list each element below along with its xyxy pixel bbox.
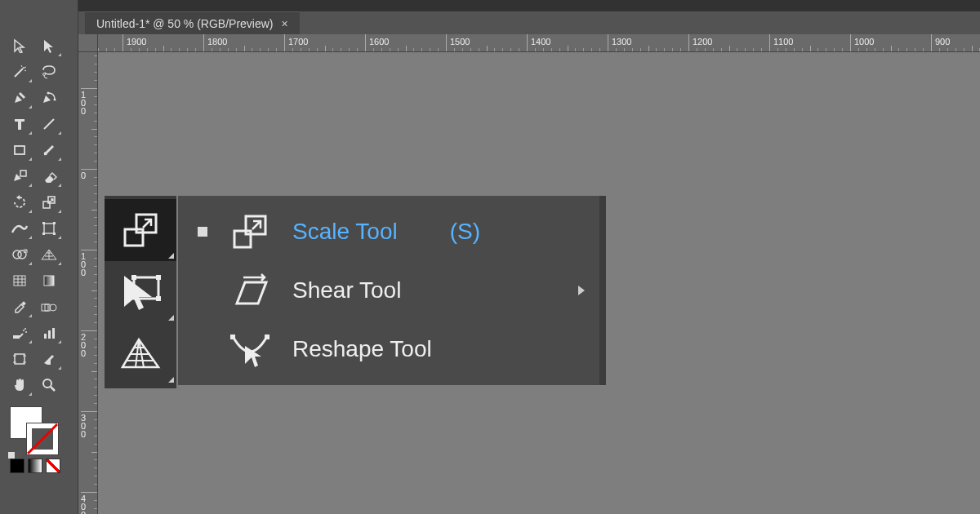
- svg-rect-9: [15, 146, 24, 154]
- column-graph-tool[interactable]: [36, 321, 62, 344]
- selected-bullet-icon: [198, 227, 207, 237]
- mesh-tool[interactable]: [7, 269, 33, 292]
- ruler-tick: 1300: [608, 34, 631, 51]
- menu-item-reshape-tool[interactable]: Reshape Tool: [178, 320, 599, 379]
- svg-rect-54: [156, 296, 161, 301]
- submenu-arrow-icon: [578, 286, 585, 295]
- ruler-tick: 300: [81, 411, 97, 438]
- color-mode-solid[interactable]: [10, 459, 24, 473]
- free-transform-tool-large[interactable]: [105, 261, 176, 323]
- svg-line-3: [24, 67, 26, 68]
- tool-flyout-menu: Scale Tool (S) Shear Tool Reshape Tool: [178, 196, 606, 385]
- svg-rect-52: [131, 275, 136, 280]
- fill-stroke-swatches[interactable]: [10, 406, 60, 454]
- tools-panel: [0, 0, 78, 514]
- svg-point-5: [43, 73, 46, 76]
- eraser-tool[interactable]: [36, 165, 62, 188]
- direct-selection-tool[interactable]: [36, 34, 62, 57]
- svg-line-2: [21, 65, 22, 67]
- eyedropper-tool[interactable]: [7, 295, 33, 318]
- swap-default-icons[interactable]: [8, 452, 22, 459]
- perspective-tool-large[interactable]: [105, 323, 176, 385]
- svg-line-47: [51, 387, 55, 391]
- menu-item-label: Shear Tool: [292, 277, 401, 304]
- zoom-tool[interactable]: [36, 374, 62, 397]
- svg-rect-10: [20, 171, 26, 176]
- paintbrush-tool[interactable]: [36, 139, 62, 162]
- svg-point-7: [54, 99, 56, 101]
- rectangle-tool[interactable]: [7, 139, 33, 162]
- svg-rect-34: [13, 335, 20, 339]
- ruler-tick: 200: [81, 330, 97, 357]
- menu-item-scale-tool[interactable]: Scale Tool (S): [178, 202, 599, 261]
- ruler-origin[interactable]: [78, 34, 98, 52]
- ruler-vertical[interactable]: 1000100200300400: [78, 52, 98, 514]
- reshape-tool-icon: [227, 326, 273, 372]
- line-segment-tool[interactable]: [36, 113, 62, 135]
- hand-tool[interactable]: [7, 374, 33, 397]
- svg-rect-24: [14, 276, 25, 286]
- scale-tool[interactable]: [36, 191, 62, 214]
- svg-point-46: [43, 379, 51, 388]
- gradient-tool[interactable]: [36, 269, 62, 292]
- color-mode-gradient[interactable]: [28, 459, 42, 473]
- ruler-tick: 1100: [769, 34, 793, 51]
- perspective-grid-tool[interactable]: [36, 243, 62, 266]
- ruler-tick: 1700: [284, 34, 308, 51]
- shear-tool-icon: [227, 268, 273, 313]
- svg-line-8: [44, 119, 54, 129]
- width-tool[interactable]: [7, 217, 33, 240]
- menu-item-shortcut: (S): [450, 219, 480, 245]
- symbol-sprayer-tool[interactable]: [7, 321, 33, 344]
- ruler-tick: 100: [81, 250, 97, 277]
- svg-rect-14: [42, 222, 45, 224]
- svg-rect-13: [44, 224, 54, 233]
- menu-item-shear-tool[interactable]: Shear Tool: [178, 261, 599, 320]
- blend-tool[interactable]: [36, 295, 62, 318]
- magic-wand-tool[interactable]: [7, 60, 33, 83]
- ruler-tick: 1400: [527, 34, 550, 51]
- menu-item-label: Reshape Tool: [292, 336, 432, 362]
- document-tab[interactable]: Untitled-1* @ 50 % (RGB/Preview) ×: [85, 11, 300, 34]
- svg-point-1: [23, 67, 24, 69]
- svg-rect-39: [48, 330, 51, 339]
- svg-rect-53: [156, 275, 161, 280]
- draw-mode-row: [10, 459, 72, 473]
- shaper-tool[interactable]: [7, 165, 33, 188]
- svg-rect-33: [45, 304, 50, 311]
- ruler-tick: 1500: [446, 34, 470, 51]
- app-top-bar: ‹‹: [0, 0, 980, 11]
- shape-builder-tool[interactable]: [7, 243, 33, 266]
- svg-point-6: [47, 92, 50, 95]
- svg-rect-15: [53, 222, 56, 224]
- svg-rect-38: [44, 334, 47, 339]
- type-tool[interactable]: [7, 113, 33, 135]
- scale-tool-large[interactable]: [105, 199, 176, 261]
- ruler-horizontal[interactable]: 1900180017001600150014001300120011001000…: [98, 34, 980, 52]
- pen-tool[interactable]: [7, 86, 33, 109]
- svg-line-4: [24, 70, 26, 71]
- selection-tool[interactable]: [7, 34, 33, 57]
- ruler-tick: 100: [81, 88, 97, 115]
- free-transform-tool[interactable]: [36, 217, 62, 240]
- close-tab-icon[interactable]: ×: [282, 17, 288, 30]
- svg-rect-16: [42, 233, 45, 235]
- scale-tool-icon: [227, 209, 273, 255]
- lasso-tool[interactable]: [36, 60, 62, 83]
- ruler-tick: 1600: [365, 34, 389, 51]
- svg-point-32: [50, 304, 56, 311]
- svg-point-37: [24, 328, 26, 330]
- ruler-tick: 1800: [203, 34, 227, 51]
- curvature-tool[interactable]: [36, 86, 62, 109]
- artboard-tool[interactable]: [7, 348, 33, 370]
- ruler-tick: 1900: [122, 34, 146, 51]
- svg-point-36: [25, 331, 27, 333]
- color-mode-none[interactable]: [46, 459, 60, 473]
- document-tab-title: Untitled-1* @ 50 % (RGB/Preview): [96, 17, 274, 30]
- stroke-swatch[interactable]: [26, 423, 59, 455]
- svg-rect-40: [52, 328, 55, 339]
- svg-rect-29: [44, 276, 54, 286]
- slice-tool[interactable]: [36, 348, 62, 370]
- tool-group-flyout-column: [105, 196, 176, 388]
- rotate-tool[interactable]: [7, 191, 33, 214]
